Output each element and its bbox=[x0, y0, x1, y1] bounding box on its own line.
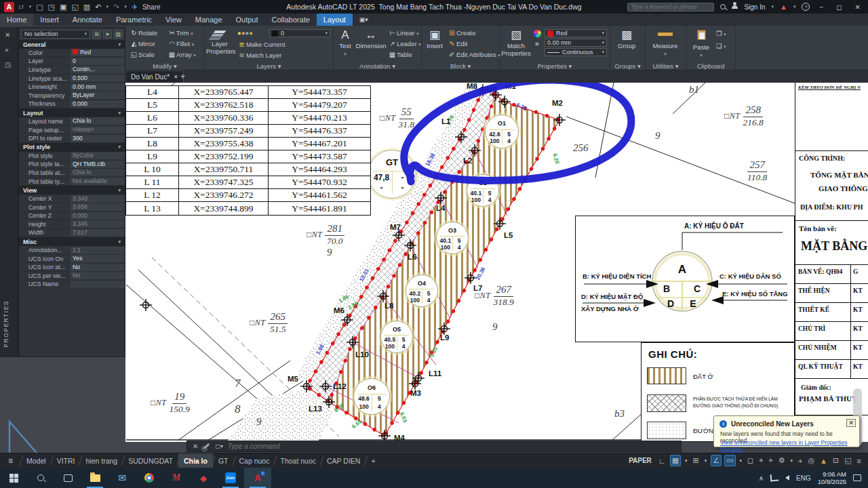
match-properties-button[interactable]: ▧MatchProperties bbox=[501, 28, 531, 57]
signin-caret-icon[interactable]: ▾ bbox=[772, 4, 774, 9]
tab-output[interactable]: Output bbox=[229, 14, 265, 26]
prop-row[interactable]: UCS per vie...No bbox=[19, 272, 125, 281]
edit-attributes-button[interactable]: ✐Edit Attributes ▾ bbox=[448, 51, 500, 58]
layout-tab-vitri[interactable]: VITRI bbox=[52, 453, 81, 468]
layout-menu-icon[interactable]: ≡ bbox=[0, 456, 21, 466]
prop-row[interactable]: Center X3.343 bbox=[19, 195, 125, 203]
panel-label-groups[interactable]: Groups ▾ bbox=[610, 62, 645, 70]
prop-row[interactable]: Lineweight0.00 mm bbox=[19, 83, 125, 92]
volume-icon[interactable] bbox=[785, 475, 789, 481]
prop-row[interactable]: Width7.817 bbox=[19, 229, 125, 238]
annotation-visibility-icon[interactable]: ⌖ bbox=[757, 455, 764, 466]
undo-icon[interactable]: ↶ bbox=[95, 0, 101, 14]
object-snap-icon[interactable]: ▭ bbox=[724, 455, 735, 466]
object-color-dropdown[interactable]: Red▾ bbox=[545, 29, 607, 37]
fillet-button[interactable]: ◠Fillet ▾ bbox=[167, 40, 194, 47]
panel-label-utilities[interactable]: Utilities ▾ bbox=[646, 62, 686, 70]
prop-row[interactable]: DPI to raster300 bbox=[19, 134, 125, 143]
prop-row[interactable]: Layer0 bbox=[19, 58, 125, 66]
layout-tab-capdien[interactable]: CAP DIEN bbox=[321, 453, 366, 468]
leader-button[interactable]: ↗Leader ▾ bbox=[388, 40, 421, 47]
sign-in-button[interactable]: Sign In bbox=[744, 3, 765, 11]
layout-tab-sudungdat[interactable]: SUDUNGDAT bbox=[123, 453, 178, 468]
section-layout[interactable]: Layout▾ bbox=[19, 108, 125, 117]
section-plot-style[interactable]: Plot style▾ bbox=[19, 143, 125, 152]
caret-down-icon[interactable]: ▾ bbox=[29, 4, 32, 9]
plot-icon[interactable]: ▥ bbox=[83, 0, 90, 14]
share-button[interactable]: Share bbox=[142, 3, 161, 11]
polar-tracking-icon[interactable]: ∠ bbox=[711, 455, 722, 466]
panel-label-modify[interactable]: Modify ▾ bbox=[125, 62, 204, 70]
prop-row[interactable]: Linetype sca...0.500 bbox=[19, 75, 125, 83]
prop-row[interactable]: Layout nameChia lo bbox=[19, 117, 125, 126]
autodesk-caret-icon[interactable]: ▾ bbox=[793, 4, 796, 9]
snap-icon[interactable]: ⊞ bbox=[692, 455, 701, 466]
prop-row[interactable]: Thickness0.000 bbox=[19, 100, 125, 109]
copy-clip-icon[interactable]: ❐ ▾ bbox=[716, 30, 726, 37]
prop-row[interactable]: UCS icon at...No bbox=[19, 263, 125, 272]
language-indicator[interactable]: ENG bbox=[796, 474, 811, 482]
network-icon[interactable] bbox=[770, 474, 779, 482]
mathtype-icon[interactable]: M bbox=[163, 468, 190, 488]
text-button[interactable]: AText▾ bbox=[335, 28, 355, 57]
search-input[interactable] bbox=[627, 3, 714, 12]
new-drawing-tab-icon[interactable]: + bbox=[180, 72, 185, 81]
linetype-dropdown[interactable]: Continuous▾ bbox=[545, 48, 607, 56]
prop-row[interactable]: Plot table ty...Not available bbox=[19, 178, 125, 186]
paper-space-label[interactable]: PAPER bbox=[629, 457, 652, 464]
file-explorer-icon[interactable] bbox=[81, 468, 108, 488]
layer-dropdown[interactable]: 0▾ bbox=[269, 29, 330, 37]
layer-properties-button[interactable]: LayerProperties bbox=[206, 28, 233, 55]
tab-insert[interactable]: Insert bbox=[33, 14, 66, 26]
clock[interactable]: 9:06 AM10/8/2025 bbox=[818, 470, 846, 486]
palette-close-icon[interactable]: ✕ bbox=[5, 31, 10, 39]
selection-cycling-icon[interactable]: ◻ bbox=[746, 455, 755, 466]
cut-clip-icon[interactable]: ❏ ▾ bbox=[716, 42, 726, 49]
ortho-icon[interactable]: ∟ bbox=[657, 456, 667, 466]
start-button[interactable] bbox=[0, 468, 27, 488]
match-layer-button[interactable]: ≋Match Layer bbox=[237, 52, 281, 59]
paste-button[interactable]: Paste▾ bbox=[689, 28, 713, 58]
layout-tab-thoatnuoc[interactable]: Thoat nuoc bbox=[275, 453, 321, 468]
dimension-button[interactable]: ↔Dimension bbox=[355, 28, 387, 49]
layout-tab-hientrang[interactable]: hien trang bbox=[80, 453, 123, 468]
close-button[interactable]: ✕ bbox=[852, 3, 864, 11]
open-folder-icon[interactable]: ◳ bbox=[48, 0, 55, 14]
ribbon-options-icon[interactable]: ▣▾ bbox=[353, 14, 375, 26]
customization-menu-icon[interactable]: ≡ bbox=[856, 456, 863, 466]
graphics-performance-icon[interactable]: ▲ bbox=[818, 456, 829, 466]
prop-row[interactable]: UCS icon OnYes bbox=[19, 255, 125, 264]
recent-commands-icon[interactable]: ▢▾ bbox=[215, 443, 223, 449]
search-icon[interactable] bbox=[720, 4, 726, 9]
notification-close-icon[interactable]: ✕ bbox=[846, 419, 856, 427]
autodesk-app-icon[interactable]: ▲ bbox=[780, 0, 787, 14]
new-file-icon[interactable]: ▢ bbox=[36, 0, 43, 14]
annotation-monitor-icon[interactable]: ◎ bbox=[806, 455, 816, 466]
panel-label-layers[interactable]: Layers ▾ bbox=[205, 62, 333, 70]
palette-autohide-icon[interactable]: » bbox=[5, 46, 9, 54]
edit-button[interactable]: ✎Edit bbox=[448, 40, 467, 47]
prop-row[interactable]: Center Y3.656 bbox=[19, 203, 125, 212]
user-icon[interactable] bbox=[732, 5, 738, 9]
selection-dropdown[interactable]: No selection▾ bbox=[21, 30, 90, 39]
prop-row[interactable]: Annotation...1:1 bbox=[19, 246, 125, 255]
hidden-icons-chevron[interactable]: ∧ bbox=[759, 474, 764, 482]
prop-row[interactable]: Plot table at...Chia lo bbox=[19, 169, 125, 178]
group-button[interactable]: ▩Group bbox=[613, 28, 640, 49]
workspace-plus-icon[interactable]: + bbox=[797, 456, 804, 466]
section-misc[interactable]: Misc▾ bbox=[19, 237, 125, 246]
prop-row[interactable]: UCS Name bbox=[19, 281, 125, 289]
redo-caret-icon[interactable]: ▾ bbox=[124, 4, 127, 9]
autocad-logo-icon[interactable]: A bbox=[4, 2, 14, 12]
tab-parametric[interactable]: Parametric bbox=[109, 14, 159, 26]
save-icon[interactable]: ▣ bbox=[60, 0, 66, 14]
notification-link[interactable]: View unreconciled new layers in Layer Pr… bbox=[720, 439, 859, 453]
measure-button[interactable]: Measure▾ bbox=[650, 28, 681, 57]
file-tab-close-icon[interactable]: ✕ bbox=[174, 74, 178, 80]
tab-manage[interactable]: Manage bbox=[189, 14, 229, 26]
file-tab[interactable]: Do Van Duc*✕ bbox=[125, 70, 184, 83]
tab-view[interactable]: View bbox=[159, 14, 189, 26]
prop-row[interactable]: ColorRed bbox=[19, 49, 125, 58]
prop-row[interactable]: TransparencyByLayer bbox=[19, 92, 125, 100]
taskbar-search-icon[interactable] bbox=[27, 468, 54, 488]
